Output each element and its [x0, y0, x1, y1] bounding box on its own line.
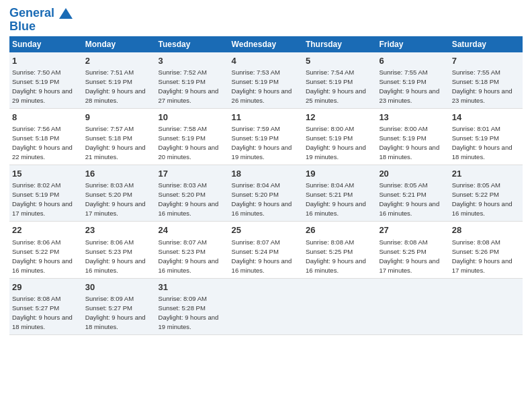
calendar-cell: 10Sunrise: 7:58 AMSunset: 5:19 PMDayligh…	[156, 108, 229, 165]
day-info: Sunrise: 8:04 AMSunset: 5:20 PMDaylight:…	[232, 181, 292, 217]
day-info: Sunrise: 7:59 AMSunset: 5:19 PMDaylight:…	[232, 125, 292, 161]
svg-marker-0	[59, 8, 73, 19]
weekday-header-row: SundayMondayTuesdayWednesdayThursdayFrid…	[9, 36, 523, 52]
day-number: 4	[232, 55, 300, 67]
day-info: Sunrise: 8:08 AMSunset: 5:27 PMDaylight:…	[12, 295, 73, 330]
calendar-cell: 29Sunrise: 8:08 AMSunset: 5:27 PMDayligh…	[9, 278, 83, 334]
calendar-cell: 3Sunrise: 7:52 AMSunset: 5:19 PMDaylight…	[156, 52, 229, 109]
day-number: 1	[12, 55, 80, 67]
calendar-cell: 15Sunrise: 8:02 AMSunset: 5:19 PMDayligh…	[9, 165, 83, 222]
calendar-cell: 17Sunrise: 8:03 AMSunset: 5:20 PMDayligh…	[156, 165, 229, 222]
weekday-header-saturday: Saturday	[449, 36, 523, 52]
day-number: 14	[452, 111, 520, 124]
day-info: Sunrise: 8:09 AMSunset: 5:28 PMDaylight:…	[159, 295, 219, 330]
day-number: 15	[12, 168, 80, 180]
day-info: Sunrise: 7:54 AMSunset: 5:19 PMDaylight:…	[306, 68, 366, 104]
calendar-cell: 4Sunrise: 7:53 AMSunset: 5:19 PMDaylight…	[229, 52, 303, 109]
day-number: 9	[85, 111, 153, 124]
day-number: 19	[306, 168, 373, 180]
calendar-cell: 31Sunrise: 8:09 AMSunset: 5:28 PMDayligh…	[156, 278, 229, 334]
logo-blue: Blue	[9, 20, 73, 32]
day-number: 7	[452, 55, 520, 67]
week-row-4: 22Sunrise: 8:06 AMSunset: 5:22 PMDayligh…	[9, 222, 523, 278]
day-info: Sunrise: 7:55 AMSunset: 5:18 PMDaylight:…	[452, 68, 513, 104]
page-container: General Blue SundayMondayTuesdayWednesda…	[0, 0, 532, 342]
calendar-cell: 11Sunrise: 7:59 AMSunset: 5:19 PMDayligh…	[229, 108, 303, 165]
day-number: 10	[159, 111, 226, 124]
day-number: 3	[159, 55, 226, 67]
day-info: Sunrise: 8:05 AMSunset: 5:21 PMDaylight:…	[379, 181, 439, 217]
day-number: 28	[452, 224, 520, 236]
day-info: Sunrise: 7:53 AMSunset: 5:19 PMDaylight:…	[232, 68, 292, 104]
day-number: 26	[306, 224, 373, 236]
day-info: Sunrise: 8:06 AMSunset: 5:23 PMDaylight:…	[85, 238, 146, 274]
day-info: Sunrise: 8:07 AMSunset: 5:23 PMDaylight:…	[159, 238, 219, 274]
day-info: Sunrise: 7:57 AMSunset: 5:18 PMDaylight:…	[85, 125, 146, 161]
calendar-cell: 6Sunrise: 7:55 AMSunset: 5:19 PMDaylight…	[376, 52, 449, 109]
weekday-header-friday: Friday	[376, 36, 449, 52]
calendar-cell: 19Sunrise: 8:04 AMSunset: 5:21 PMDayligh…	[303, 165, 376, 222]
day-info: Sunrise: 7:56 AMSunset: 5:18 PMDaylight:…	[12, 125, 73, 161]
logo-general: General	[9, 6, 54, 19]
day-info: Sunrise: 7:55 AMSunset: 5:19 PMDaylight:…	[379, 68, 439, 104]
day-number: 8	[12, 111, 80, 124]
day-number: 30	[85, 281, 153, 293]
weekday-header-wednesday: Wednesday	[229, 36, 303, 52]
day-number: 21	[452, 168, 520, 180]
calendar-cell: 28Sunrise: 8:08 AMSunset: 5:26 PMDayligh…	[449, 222, 523, 278]
calendar-cell: 16Sunrise: 8:03 AMSunset: 5:20 PMDayligh…	[83, 165, 156, 222]
calendar-cell: 8Sunrise: 7:56 AMSunset: 5:18 PMDaylight…	[9, 108, 83, 165]
day-number: 11	[232, 111, 300, 124]
logo: General Blue	[9, 7, 73, 32]
day-number: 2	[85, 55, 153, 67]
day-number: 13	[379, 111, 446, 124]
day-number: 12	[306, 111, 373, 124]
day-number: 18	[232, 168, 300, 180]
day-info: Sunrise: 8:01 AMSunset: 5:19 PMDaylight:…	[452, 125, 513, 161]
day-info: Sunrise: 8:09 AMSunset: 5:27 PMDaylight:…	[85, 295, 146, 330]
calendar-table: SundayMondayTuesdayWednesdayThursdayFrid…	[9, 36, 523, 335]
weekday-header-monday: Monday	[83, 36, 156, 52]
day-number: 16	[85, 168, 153, 180]
day-number: 22	[12, 224, 80, 236]
calendar-cell	[229, 278, 303, 334]
weekday-header-thursday: Thursday	[303, 36, 376, 52]
calendar-cell: 25Sunrise: 8:07 AMSunset: 5:24 PMDayligh…	[229, 222, 303, 278]
day-number: 29	[12, 281, 80, 293]
day-info: Sunrise: 7:52 AMSunset: 5:19 PMDaylight:…	[159, 68, 219, 104]
calendar-cell: 9Sunrise: 7:57 AMSunset: 5:18 PMDaylight…	[83, 108, 156, 165]
calendar-cell: 18Sunrise: 8:04 AMSunset: 5:20 PMDayligh…	[229, 165, 303, 222]
weekday-header-sunday: Sunday	[9, 36, 83, 52]
calendar-cell: 27Sunrise: 8:08 AMSunset: 5:25 PMDayligh…	[376, 222, 449, 278]
calendar-cell: 22Sunrise: 8:06 AMSunset: 5:22 PMDayligh…	[9, 222, 83, 278]
calendar-cell: 12Sunrise: 8:00 AMSunset: 5:19 PMDayligh…	[303, 108, 376, 165]
calendar-cell: 7Sunrise: 7:55 AMSunset: 5:18 PMDaylight…	[449, 52, 523, 109]
calendar-cell: 24Sunrise: 8:07 AMSunset: 5:23 PMDayligh…	[156, 222, 229, 278]
calendar-cell: 14Sunrise: 8:01 AMSunset: 5:19 PMDayligh…	[449, 108, 523, 165]
calendar-cell	[303, 278, 376, 334]
header: General Blue	[9, 7, 523, 32]
calendar-cell	[449, 278, 523, 334]
calendar-cell: 5Sunrise: 7:54 AMSunset: 5:19 PMDaylight…	[303, 52, 376, 109]
calendar-cell: 13Sunrise: 8:00 AMSunset: 5:19 PMDayligh…	[376, 108, 449, 165]
week-row-3: 15Sunrise: 8:02 AMSunset: 5:19 PMDayligh…	[9, 165, 523, 222]
day-info: Sunrise: 8:02 AMSunset: 5:19 PMDaylight:…	[12, 181, 73, 217]
day-info: Sunrise: 8:08 AMSunset: 5:25 PMDaylight:…	[306, 238, 366, 274]
day-info: Sunrise: 8:06 AMSunset: 5:22 PMDaylight:…	[12, 238, 73, 274]
calendar-cell: 23Sunrise: 8:06 AMSunset: 5:23 PMDayligh…	[83, 222, 156, 278]
day-info: Sunrise: 8:03 AMSunset: 5:20 PMDaylight:…	[159, 181, 219, 217]
week-row-1: 1Sunrise: 7:50 AMSunset: 5:19 PMDaylight…	[9, 52, 523, 109]
day-info: Sunrise: 8:00 AMSunset: 5:19 PMDaylight:…	[379, 125, 439, 161]
day-number: 5	[306, 55, 373, 67]
calendar-cell: 30Sunrise: 8:09 AMSunset: 5:27 PMDayligh…	[83, 278, 156, 334]
day-number: 20	[379, 168, 446, 180]
calendar-cell: 1Sunrise: 7:50 AMSunset: 5:19 PMDaylight…	[9, 52, 83, 109]
day-info: Sunrise: 8:08 AMSunset: 5:26 PMDaylight:…	[452, 238, 513, 274]
calendar-cell: 21Sunrise: 8:05 AMSunset: 5:22 PMDayligh…	[449, 165, 523, 222]
day-number: 23	[85, 224, 153, 236]
day-number: 6	[379, 55, 446, 67]
day-info: Sunrise: 7:51 AMSunset: 5:19 PMDaylight:…	[85, 68, 146, 104]
day-info: Sunrise: 8:03 AMSunset: 5:20 PMDaylight:…	[85, 181, 146, 217]
week-row-2: 8Sunrise: 7:56 AMSunset: 5:18 PMDaylight…	[9, 108, 523, 165]
day-number: 25	[232, 224, 300, 236]
